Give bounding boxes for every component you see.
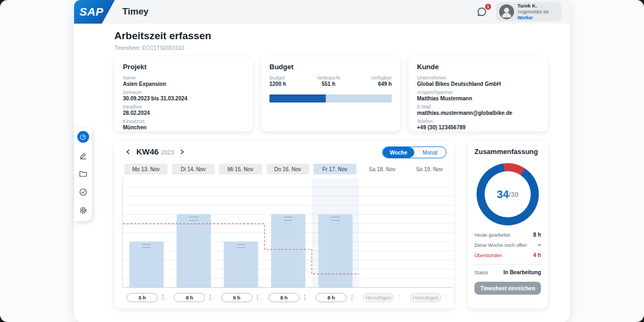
day-header: Do 16. Nov (266, 164, 309, 174)
field-value: +49 (30) 123456789 (417, 125, 539, 130)
field-value: Global Bikes Deutschland GmbH (417, 81, 539, 87)
field-value: 1200 h (269, 81, 286, 87)
view-toggle: Woche Monat (382, 147, 447, 158)
summary-row-overtime: Überstunden 4 h (474, 252, 541, 258)
budget-card-title: Budget (269, 63, 392, 71)
page-title: Arbeitszeit erfassen (114, 30, 211, 42)
desktop-background: SAP Timey 1 Tarek K. Angemeldet als Work… (0, 0, 644, 322)
field-value: München (123, 125, 244, 130)
summary-row: Heute gearbeitet 8 h (474, 232, 541, 238)
day-menu-button[interactable]: ⋮ (254, 292, 261, 302)
day-hours-button[interactable]: 8 h (316, 293, 347, 302)
sidebar (74, 128, 92, 221)
field-value: Asien Expansion (123, 81, 244, 87)
summary-card-title: Zusammenfassung (474, 148, 541, 156)
sidebar-item-signature[interactable] (74, 149, 92, 162)
day-menu-button[interactable]: ⋮ (443, 292, 450, 302)
time-block[interactable] (318, 214, 353, 287)
settings-gear-icon (79, 206, 87, 215)
project-card: Projekt Name Asien Expansion Zeitraum 30… (114, 56, 253, 131)
app-window: SAP Timey 1 Tarek K. Angemeldet als Work… (74, 0, 570, 322)
next-week-button[interactable] (179, 149, 185, 155)
sap-logo-text: SAP (79, 5, 104, 18)
day-header: Di 14. Nov (172, 164, 215, 174)
person-icon (499, 4, 514, 19)
hours-donut-chart: 34 /30 (477, 163, 539, 225)
field-label: Ansprechpartner (417, 90, 539, 95)
sap-logo: SAP (74, 0, 115, 24)
field-label: Zeitraum (123, 90, 244, 95)
hours-target-total: /30 (509, 191, 518, 199)
summary-card: Zusammenfassung 34 /30 Heute gearbeitet … (467, 141, 548, 309)
add-hours-button[interactable]: Hinzufügen (410, 293, 441, 302)
time-block[interactable] (177, 214, 211, 287)
projects-folder-icon (79, 170, 87, 178)
page-subtitle: Timesheet: ECC1TS0003163 (114, 45, 184, 51)
app-title: Timey (122, 0, 149, 24)
field-value: 30.09.2023 bis 31.03.2024 (123, 96, 244, 101)
day-header: Sa 18. Nov (361, 164, 404, 174)
week-year: 2023 (161, 149, 174, 156)
add-hours-button[interactable]: Hinzufügen (363, 293, 394, 302)
field-value: matthias.mustermann@globalbike.de (417, 110, 539, 116)
field-value: 649 h (371, 81, 392, 87)
sidebar-item-projects[interactable] (74, 167, 92, 180)
top-bar: SAP Timey 1 Tarek K. Angemeldet als Work… (74, 0, 570, 24)
field-label: Budget (269, 75, 286, 80)
sidebar-item-settings[interactable] (74, 204, 92, 217)
field-label: Deadline (123, 104, 244, 109)
day-menu-button[interactable]: ⋮ (160, 292, 166, 302)
week-calendar-card: KW462023 Woche Monat Mo 13. Nov Di 14. N… (114, 141, 454, 309)
day-header: Fr 17. Nov (313, 164, 356, 174)
time-block[interactable] (129, 241, 164, 287)
field-label: Unternehmen (417, 75, 539, 80)
day-menu-button[interactable]: ⋮ (207, 292, 214, 302)
day-menu-button[interactable]: ⋮ (349, 292, 355, 302)
day-menu-button[interactable]: ⋮ (396, 292, 402, 302)
avatar (499, 4, 514, 19)
field-value: 551 h (317, 81, 340, 87)
day-hours-button[interactable]: 8 h (174, 293, 205, 302)
sidebar-item-approvals[interactable] (74, 186, 92, 199)
field-label: Verbraucht (317, 75, 340, 80)
time-block[interactable] (271, 214, 305, 287)
approvals-check-icon (79, 188, 87, 196)
signature-icon (79, 151, 87, 160)
hours-worked-total: 34 (497, 188, 509, 201)
time-block[interactable] (224, 241, 258, 287)
role-link[interactable]: Worker (517, 15, 533, 20)
user-role: Angemeldet als Worker (517, 9, 558, 20)
divider (474, 264, 541, 265)
field-label: Einsatzort (123, 119, 244, 124)
field-label: Telefon (417, 119, 539, 124)
day-hours-button[interactable]: 5 h (221, 293, 252, 302)
toggle-month[interactable]: Monat (414, 147, 446, 158)
user-menu[interactable]: Tarek K. Angemeldet als Worker (496, 2, 561, 21)
toggle-week[interactable]: Woche (383, 147, 414, 158)
submit-timesheet-button[interactable]: Timesheet einreichen (474, 282, 541, 295)
week-hours-chart (122, 178, 453, 288)
chevron-left-icon (125, 149, 131, 155)
status-row: Status In Bearbeitung (474, 269, 541, 275)
time-tracking-icon (79, 134, 86, 141)
day-menu-button[interactable]: ⋮ (302, 292, 308, 302)
prev-week-button[interactable] (125, 149, 131, 155)
status-label: Status (474, 270, 488, 275)
project-card-title: Projekt (123, 63, 244, 71)
notification-badge: 1 (485, 4, 491, 10)
day-header: So 19. Nov (408, 164, 451, 174)
notification-button[interactable]: 1 (477, 6, 488, 18)
day-hours-button[interactable]: 5 h (127, 293, 158, 302)
day-hours-button[interactable]: 8 h (268, 293, 299, 302)
sidebar-item-time-tracking[interactable] (74, 130, 92, 143)
user-name: Tarek K. (517, 3, 558, 9)
field-label: Name (123, 75, 244, 80)
week-label: KW462023 (136, 147, 174, 156)
status-badge: In Bearbeitung (503, 269, 541, 275)
field-label: E-Mail (417, 104, 539, 109)
field-label: Verfügbar (371, 75, 392, 80)
field-value: 28.02.2024 (123, 110, 244, 116)
budget-progress-fill (269, 94, 326, 103)
day-header: Mi 15. Nov (219, 164, 262, 174)
customer-card: Kunde Unternehmen Global Bikes Deutschla… (408, 56, 548, 131)
